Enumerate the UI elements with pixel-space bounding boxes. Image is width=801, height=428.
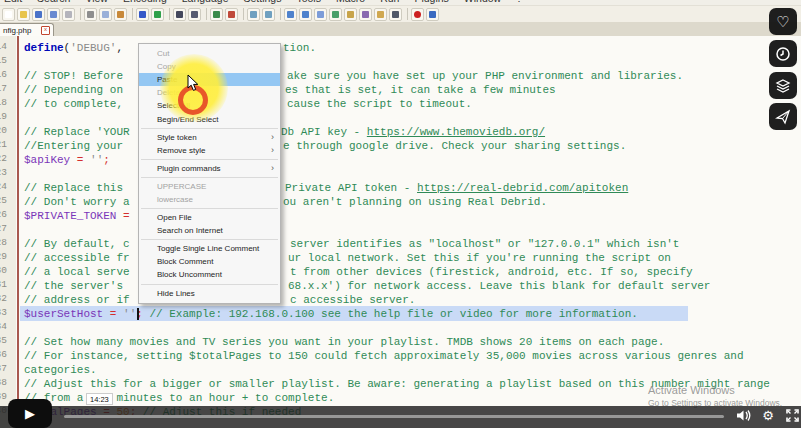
word-wrap-icon[interactable] bbox=[284, 8, 297, 21]
code-line: // address or ifc accessibe server. bbox=[0, 293, 801, 307]
toolbar-separator bbox=[132, 8, 133, 20]
code-line: // Don't worry aou aren't planning on us… bbox=[0, 195, 801, 209]
menu-?[interactable]: ? bbox=[516, 0, 522, 4]
clock-button[interactable] bbox=[769, 40, 797, 67]
menu-settings[interactable]: Settings bbox=[243, 0, 281, 4]
activate-windows-watermark: Activate Windows bbox=[648, 384, 735, 396]
menu-view[interactable]: View bbox=[85, 0, 108, 4]
toolbar-separator bbox=[407, 8, 408, 20]
settings-button[interactable]: ⚙ bbox=[758, 405, 778, 425]
code-line: // Replace this Private API token - http… bbox=[0, 181, 801, 195]
toolbar-separator bbox=[280, 8, 281, 20]
save-icon[interactable] bbox=[32, 8, 45, 21]
sync-horizontal-icon[interactable] bbox=[262, 8, 275, 21]
menu-window[interactable]: Window bbox=[464, 0, 501, 4]
gear-icon: ⚙ bbox=[762, 408, 774, 423]
time-tooltip: 14:23 bbox=[86, 393, 113, 405]
context-menu-item-open-file[interactable]: Open File bbox=[139, 211, 280, 224]
undo-icon[interactable] bbox=[136, 8, 149, 21]
tab-close-icon[interactable]: x bbox=[41, 26, 50, 35]
record-macro-icon[interactable] bbox=[411, 8, 424, 21]
send-icon bbox=[775, 109, 791, 125]
code-line: // a local servet from other devices (fi… bbox=[0, 265, 801, 279]
play-button[interactable]: ▶ bbox=[8, 399, 52, 428]
function-list-icon[interactable] bbox=[359, 8, 372, 21]
tab-label: nfig.php bbox=[3, 26, 41, 35]
context-menu-item-lowercase: lowercase bbox=[139, 193, 280, 206]
text-cursor bbox=[137, 308, 139, 320]
toolbar-separator bbox=[206, 8, 207, 20]
layers-icon bbox=[775, 78, 791, 94]
cut-icon[interactable] bbox=[84, 8, 97, 21]
context-menu-item-hide-lines[interactable]: Hide Lines bbox=[139, 287, 280, 300]
indent-guide-icon[interactable] bbox=[314, 8, 327, 21]
menu-language[interactable]: Language bbox=[182, 0, 229, 4]
toolbar bbox=[0, 6, 801, 22]
toolbar-separator bbox=[169, 8, 170, 20]
code-line: // Set how many movies and TV series you… bbox=[0, 335, 801, 349]
menu-edit[interactable]: Edit bbox=[4, 0, 22, 4]
document-list-icon[interactable] bbox=[344, 8, 357, 21]
code-line bbox=[0, 55, 801, 69]
menu-encoding[interactable]: Encoding bbox=[123, 0, 167, 4]
zoom-in-icon[interactable] bbox=[210, 8, 223, 21]
code-editor[interactable]: 1415161718192021222324252627282930313233… bbox=[0, 36, 801, 428]
volume-button[interactable] bbox=[733, 405, 753, 425]
context-menu-item-uppercase: UPPERCASE bbox=[139, 180, 280, 193]
sync-vertical-icon[interactable] bbox=[247, 8, 260, 21]
fullscreen-button[interactable] bbox=[782, 405, 801, 425]
code-line: // STOP! Before ake sure you have set up… bbox=[0, 69, 801, 83]
submenu-arrow-icon: › bbox=[271, 164, 274, 172]
tab-config-php[interactable]: nfig.php x bbox=[0, 23, 54, 36]
heart-button[interactable]: ♡ bbox=[769, 8, 797, 35]
folder-workspace-icon[interactable] bbox=[374, 8, 387, 21]
menu-macro[interactable]: Macro bbox=[336, 0, 365, 4]
play-icon: ▶ bbox=[25, 407, 35, 420]
toolbar-separator bbox=[80, 8, 81, 20]
document-map-icon[interactable] bbox=[329, 8, 342, 21]
context-menu-item-plugin-commands[interactable]: Plugin commands› bbox=[139, 162, 280, 175]
print-icon[interactable] bbox=[62, 8, 75, 21]
submenu-arrow-icon: › bbox=[271, 133, 274, 141]
code-line: $PRIVATE_TOKEN = bbox=[0, 209, 801, 223]
save-all-icon[interactable] bbox=[47, 8, 60, 21]
volume-icon bbox=[736, 409, 751, 422]
code-line: $apiKey = ''; bbox=[0, 153, 801, 167]
code-line bbox=[0, 321, 801, 335]
code-line: // For instance, setting $totalPages to … bbox=[0, 349, 801, 363]
menu-plugins[interactable]: Plugins bbox=[414, 0, 448, 4]
code-line: // accessible frur local network. Set th… bbox=[0, 251, 801, 265]
copy-icon[interactable] bbox=[99, 8, 112, 21]
find-icon[interactable] bbox=[173, 8, 186, 21]
context-menu-item-toggle-single-line-comment[interactable]: Toggle Single Line Comment bbox=[139, 242, 280, 255]
send-button[interactable] bbox=[769, 103, 797, 130]
fullscreen-icon bbox=[786, 409, 799, 422]
monitor-eye-icon[interactable] bbox=[389, 8, 402, 21]
context-menu-item-search-on-internet[interactable]: Search on Internet bbox=[139, 224, 280, 237]
menu-tools[interactable]: Tools bbox=[296, 0, 321, 4]
menu-run[interactable]: Run bbox=[380, 0, 399, 4]
layers-button[interactable] bbox=[769, 72, 797, 99]
context-menu-item-remove-style[interactable]: Remove style› bbox=[139, 144, 280, 157]
redo-icon[interactable] bbox=[151, 8, 164, 21]
code-line: $userSetHost = ''; // Example: 192.168.0… bbox=[0, 307, 801, 321]
paste-icon[interactable] bbox=[114, 8, 127, 21]
progress-bar[interactable] bbox=[64, 415, 724, 418]
context-menu-item-block-uncomment[interactable]: Block Uncomment bbox=[139, 268, 280, 281]
toolbar-separator bbox=[243, 8, 244, 20]
new-file-icon[interactable] bbox=[2, 8, 15, 21]
code-line bbox=[0, 167, 801, 181]
code-line: //Entering your e through google drive. … bbox=[0, 139, 801, 153]
mouse-cursor bbox=[187, 74, 199, 96]
tab-bar: nfig.php x bbox=[0, 22, 801, 37]
code-line: // to complete, cause the script to time… bbox=[0, 97, 801, 111]
replace-icon[interactable] bbox=[188, 8, 201, 21]
zoom-out-icon[interactable] bbox=[225, 8, 238, 21]
context-menu-item-block-comment[interactable]: Block Comment bbox=[139, 255, 280, 268]
menu-search[interactable]: Search bbox=[37, 0, 70, 4]
open-file-icon[interactable] bbox=[17, 8, 30, 21]
code-line: // Replace 'YOURDb API key - https://www… bbox=[0, 125, 801, 139]
show-all-characters-icon[interactable] bbox=[299, 8, 312, 21]
play-macro-icon[interactable] bbox=[426, 8, 439, 21]
context-menu-item-style-token[interactable]: Style token› bbox=[139, 131, 280, 144]
